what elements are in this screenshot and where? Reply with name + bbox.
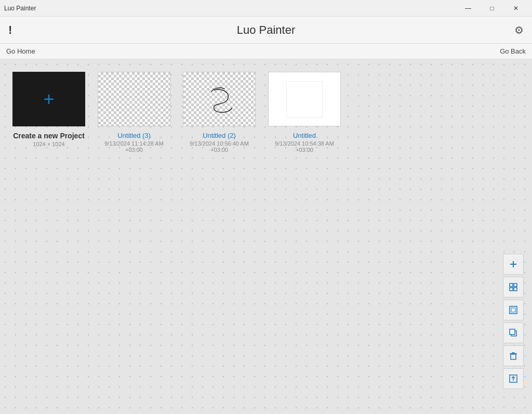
project-date-1: 9/13/2024 10:56:40 AM +03:00 (183, 140, 256, 153)
title-bar-controls: — □ ✕ (456, 0, 528, 17)
canvas-btn[interactable] (503, 300, 524, 320)
create-new-project-card[interactable]: + Create a new Project 1024 × 1024 (12, 72, 85, 147)
export-btn[interactable] (503, 368, 524, 389)
title-bar-app-name: Luo Painter (4, 5, 36, 12)
delete-icon (509, 351, 518, 360)
gallery-icon (509, 282, 518, 292)
app-header: ! Luo Painter ⚙ (0, 17, 532, 44)
svg-rect-9 (510, 329, 515, 334)
right-sidebar (503, 254, 524, 389)
project-name-1[interactable]: Untitled (2) (203, 132, 236, 139)
project-thumbnail-0 (98, 72, 170, 126)
projects-grid: + Create a new Project 1024 × 1024 Untit… (12, 72, 520, 153)
project-card-0[interactable]: Untitled (3) 9/13/2024 11:14:28 AM +03:0… (98, 72, 170, 153)
project-thumbnail-2 (268, 72, 341, 126)
svg-rect-5 (514, 288, 517, 291)
nav-bar: Go Home Go Back (0, 44, 532, 59)
plus-sidebar-icon (509, 260, 518, 269)
minimize-button[interactable]: — (456, 0, 480, 17)
project-name-2[interactable]: Untitled (293, 132, 316, 139)
canvas-icon (509, 305, 518, 315)
new-project-label: Create a new Project (13, 132, 85, 140)
new-project-thumbnail: + (12, 72, 85, 126)
project-card-1[interactable]: Untitled (2) 9/13/2024 10:56:40 AM +03:0… (183, 72, 256, 153)
svg-rect-3 (514, 283, 517, 287)
svg-rect-4 (510, 288, 513, 291)
new-project-sidebar-btn[interactable] (503, 254, 524, 275)
export-icon (509, 374, 518, 383)
delete-btn[interactable] (503, 345, 524, 366)
svg-rect-6 (510, 306, 517, 314)
svg-rect-10 (511, 354, 516, 359)
go-home-link[interactable]: Go Home (6, 47, 35, 55)
maximize-button[interactable]: □ (480, 0, 504, 17)
title-bar: Luo Painter — □ ✕ (0, 0, 532, 17)
sketch-svg (183, 72, 255, 126)
settings-icon[interactable]: ⚙ (514, 24, 524, 36)
exclaim-icon: ! (8, 23, 12, 37)
svg-rect-7 (511, 308, 515, 312)
main-content: + Create a new Project 1024 × 1024 Untit… (0, 59, 532, 414)
white-canvas (286, 81, 323, 118)
project-thumbnail-1 (183, 72, 256, 126)
project-card-2[interactable]: Untitled 9/13/2024 10:54:38 AM +03:00 (268, 72, 341, 153)
gallery-btn[interactable] (503, 277, 524, 297)
duplicate-icon (509, 328, 518, 338)
new-project-size: 1024 × 1024 (33, 141, 64, 147)
plus-icon: + (43, 90, 54, 109)
project-date-0: 9/13/2024 11:14:28 AM +03:00 (98, 140, 170, 153)
svg-rect-2 (510, 283, 513, 287)
duplicate-btn[interactable] (503, 322, 524, 343)
project-date-2: 9/13/2024 10:54:38 AM +03:00 (268, 140, 341, 153)
go-back-link[interactable]: Go Back (500, 47, 526, 55)
project-name-0[interactable]: Untitled (3) (117, 132, 151, 139)
close-button[interactable]: ✕ (504, 0, 528, 17)
app-title: Luo Painter (237, 23, 296, 37)
